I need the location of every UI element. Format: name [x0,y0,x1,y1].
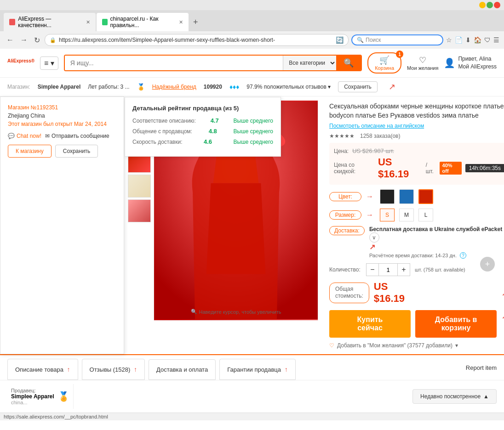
rating-popup: Детальный рейтинг продавца (из 5) Соотве… [125,97,281,157]
arrow-tab-guarantee: ↑ [285,366,288,373]
add-to-cart-button[interactable]: Добавить в корзину [415,310,497,338]
report-item-link[interactable]: Report item [466,364,497,371]
to-shop-button[interactable]: К магазину [8,145,52,158]
bottom-tabs-bar: Описание товара ↑ Отзывы (1528) ↑ Достав… [0,354,504,380]
search-button[interactable]: 🔍 [336,56,361,70]
shop-positive: 97.9% положительных отзывов ▾ [246,84,331,90]
main-body: Магазин №1192351 Zhejiang China Этот маг… [0,96,504,354]
tab-reviews[interactable]: Отзывы (1528) ↑ [82,359,145,380]
url-box[interactable]: 🔒 https://ru.aliexpress.com/item/Simplee… [45,34,349,46]
aliexpress-favicon [9,19,15,25]
product-info: Сексуальная оборками черные женщины коро… [322,96,504,354]
search-mini-icon: 🔍 [357,37,364,43]
menu-button[interactable]: ☰ [493,36,499,44]
shop-stars: ♦♦♦ [229,83,239,91]
send-message-button[interactable]: ✉ Отправить сообщение [45,133,109,139]
qty-increase-button[interactable]: + [397,263,410,276]
size-l-button[interactable]: L [418,209,433,221]
qty-decrease-button[interactable]: − [366,263,379,276]
wishlist-dropdown-icon: ▾ [455,342,458,349]
home-button[interactable]: 🏠 [474,36,481,44]
product-lang-link[interactable]: Посмотреть описание на английском [329,123,504,129]
search-input[interactable] [65,56,283,70]
shop-popup-id[interactable]: Магазин №1192351 [8,104,116,111]
rating-score-2: 4.6 [204,138,212,145]
search-box: Все категории 🔍 [64,55,362,71]
forward-button[interactable]: → [18,35,29,45]
qty-row: Количество: − 1 + шт. (758 шт. available… [329,263,504,276]
delivery-info: Бесплатная доставка в Ukraine службой eP… [369,226,502,259]
arrow-total: ↗ [501,287,504,298]
help-icon: ? [460,252,466,259]
size-s-button[interactable]: S [380,209,395,221]
color-black-swatch[interactable] [380,189,395,204]
price-section: Цена: US $26.987 шт. Цена со скидкой: US… [329,143,504,185]
rating-label-1: Общение с продавцом: [132,128,192,135]
close-button[interactable] [494,2,500,8]
new-tab-button[interactable]: + [189,17,202,27]
shop-popup-actions: 💬 Chat now! ✉ Отправить сообщение [8,133,116,139]
cart-label: Корзина [375,65,394,71]
discount-label: Цена со скидкой: [334,162,374,175]
rating-text-1: Выше среднего [234,128,273,135]
save-shop-button[interactable]: Сохранить [338,81,378,92]
size-label: Размер: [329,210,361,220]
seller-medal-icon: 🏅 [58,391,69,402]
tab-aliexpress-label: AliExpress — качественн... [18,16,82,28]
search-mini-box[interactable]: 🔍 Поиск [351,34,443,45]
tab-aliexpress[interactable]: AliExpress — качественн... ✕ [4,13,96,31]
download-button[interactable]: ⬇ [465,36,471,44]
price-original-row: Цена: US $26.987 шт. [334,147,504,154]
price-unit: / шт. [426,162,436,175]
tab-aliexpress-close[interactable]: ✕ [86,19,90,25]
minimize-button[interactable] [479,2,486,8]
search-mini-placeholder: Поиск [366,37,381,43]
reading-button[interactable]: 📄 [455,36,463,44]
account-widget[interactable]: 👤 Привет, Alina Мой AliExpress [444,55,497,71]
tab-description[interactable]: Описание товара ↑ [7,359,78,380]
wishlist-widget[interactable]: ♡ Мои желания [407,55,438,71]
tab-chinaparcel[interactable]: chinaparcel.ru - Как правильн... ✕ [97,13,189,31]
total-label: Общая стоимость: [329,283,369,303]
chat-now-button[interactable]: 💬 Chat now! [8,133,41,139]
arrow-delivery: ↗ [369,243,375,251]
rating-popup-title: Детальный рейтинг продавца (из 5) [132,105,273,112]
size-m-button[interactable]: M [399,209,414,221]
rating-score-1: 4.8 [209,128,217,135]
star-button[interactable]: ☆ [446,36,452,44]
trusted-brand-link[interactable]: Надёжный бренд [152,84,196,90]
seller-country: china... [11,400,54,405]
seller-box: Продавец: Simplee Apparel china... 🏅 [7,384,74,409]
tab-chinaparcel-close[interactable]: ✕ [179,19,183,25]
reload-button[interactable]: ↻ [32,35,42,45]
orders-count: 1258 заказа(ов) [360,133,400,139]
delivery-expand-button[interactable]: ∨ [369,232,379,243]
product-title: Сексуальная оборками черные женщины коро… [329,102,504,120]
save-popup-button[interactable]: Сохранить [55,145,98,158]
price-label: Цена: [334,148,349,154]
delivery-label: Доставка: [329,226,365,235]
plus-button[interactable]: + [480,257,495,272]
tab-guarantee[interactable]: Гарантии продавца ↑ [219,359,296,380]
color-blue-swatch[interactable] [399,189,414,204]
rating-text-0: Выше среднего [234,118,273,124]
color-red-swatch[interactable] [418,189,433,204]
shop-rating-num: 109920 [204,84,222,90]
rating-row-0: Соответствие описанию: 4.7 Выше среднего [132,117,273,124]
category-select[interactable]: Все категории [283,56,336,70]
hamburger-button[interactable]: ≡ ▾ [40,57,58,70]
ali-header: AliExpress® ≡ ▾ Все категории 🔍 1 🛒 Корз… [0,49,504,78]
back-button[interactable]: ← [5,35,16,45]
thumb-5[interactable] [128,199,151,222]
shield-button[interactable]: 🛡 [484,36,491,44]
thumb-4[interactable] [128,175,151,198]
wishlist-label: Мои желания [407,65,438,71]
cart-widget[interactable]: 1 🛒 Корзина [367,52,401,74]
wishlist-row[interactable]: ♡ Добавить в "Мои желания" (37577 добави… [329,342,504,349]
action-buttons: Купить сейчас Добавить в корзину ↗ [329,310,504,338]
recent-viewed-button[interactable]: Недавно посмотренное ▲ [412,389,497,404]
buy-now-button[interactable]: Купить сейчас [329,310,411,338]
maximize-button[interactable] [487,2,493,8]
shop-name[interactable]: Simplee Apparel [38,84,81,90]
tab-delivery[interactable]: Доставка и оплата [149,359,216,380]
